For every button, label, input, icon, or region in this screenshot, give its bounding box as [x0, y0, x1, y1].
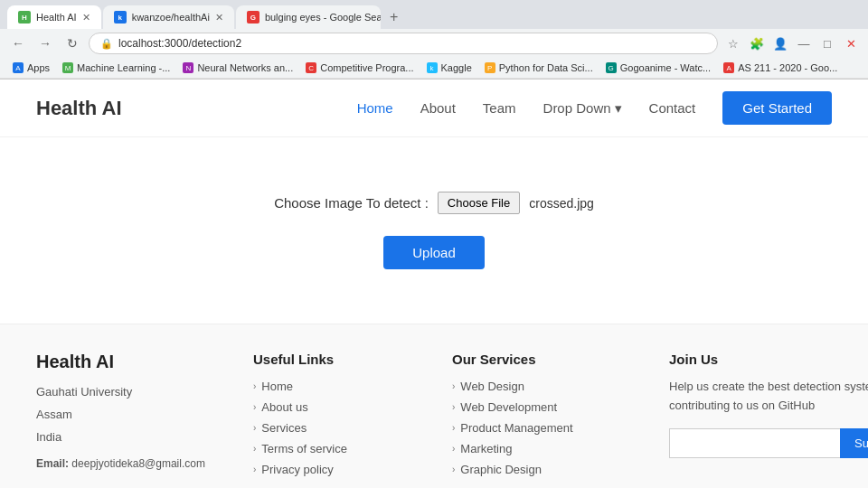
file-input-row: Choose Image To detect : Choose File cro…: [274, 192, 594, 214]
tab-close-1[interactable]: ✕: [82, 12, 90, 23]
nav-team[interactable]: Team: [483, 100, 516, 116]
maximize-button[interactable]: □: [817, 33, 837, 53]
bookmark-label-python: Python for Data Sci...: [499, 62, 593, 73]
file-input-label: Choose Image To detect :: [274, 195, 429, 211]
profile-icon[interactable]: 👤: [770, 33, 790, 53]
nav-home[interactable]: Home: [357, 100, 393, 116]
chevron-right-icon: ›: [452, 381, 455, 391]
useful-links-list: › Home › About us › Services › Terms of …: [253, 380, 434, 476]
bookmark-star-icon[interactable]: ☆: [723, 33, 743, 53]
close-window-button[interactable]: ✕: [841, 33, 861, 53]
footer-brand-line2: Assam: [36, 406, 235, 425]
footer-brand: Health AI Gauhati University Assam India…: [36, 352, 235, 483]
tab-title-2: kwanzoe/healthAi: [132, 12, 210, 23]
bookmark-apps[interactable]: A Apps: [7, 61, 55, 75]
bookmark-label-apps: Apps: [27, 62, 50, 73]
bookmark-gogoanime[interactable]: G Gogoanime - Watc...: [600, 61, 716, 75]
filename-display: crossed.jpg: [529, 196, 594, 211]
chevron-right-icon: ›: [253, 444, 256, 454]
python-favicon: P: [485, 62, 495, 73]
our-services-list: › Web Design › Web Development › Product…: [452, 380, 651, 476]
chevron-right-icon: ›: [253, 402, 256, 412]
useful-link-about-label: About us: [261, 400, 307, 414]
service-graphic-design-label: Graphic Design: [460, 463, 542, 476]
get-started-button[interactable]: Get Started: [722, 91, 832, 125]
ml-favicon: M: [62, 62, 73, 73]
nav-links: Home About Team Drop Down ▾ Contact: [357, 100, 696, 117]
useful-link-home-label: Home: [261, 380, 293, 393]
bookmark-kaggle[interactable]: k Kaggle: [421, 61, 477, 75]
nav-contact[interactable]: Contact: [649, 100, 696, 116]
subscribe-button[interactable]: Subscribe: [840, 428, 868, 458]
join-us-description: Help us create the best detection system…: [669, 378, 868, 416]
useful-link-about[interactable]: › About us: [253, 400, 434, 414]
nav-dropdown[interactable]: Drop Down ▾: [543, 100, 622, 117]
nav-home-link: Home: [357, 100, 393, 116]
url-bar[interactable]: 🔒 localhost:3000/detection2: [89, 33, 718, 54]
useful-link-privacy[interactable]: › Privacy policy: [253, 463, 434, 476]
chevron-right-icon: ›: [253, 465, 256, 474]
tab-title-3: bulging eyes - Google Search: [265, 12, 381, 23]
upload-button[interactable]: Upload: [383, 236, 485, 269]
service-web-dev[interactable]: › Web Development: [452, 400, 651, 414]
footer-our-services: Our Services › Web Design › Web Developm…: [452, 352, 651, 483]
useful-link-terms[interactable]: › Terms of service: [253, 442, 434, 455]
footer: Health AI Gauhati University Assam India…: [0, 324, 868, 488]
footer-useful-links: Useful Links › Home › About us › Service…: [253, 352, 434, 483]
tab-2[interactable]: k kwanzoe/healthAi ✕: [103, 5, 234, 29]
bookmark-label-as: AS 211 - 2020 - Goo...: [738, 62, 837, 73]
nav-dropdown-trigger[interactable]: Drop Down ▾: [543, 100, 622, 117]
bookmark-label-gogo: Gogoanime - Watc...: [620, 62, 711, 73]
upload-section: Choose Image To detect : Choose File cro…: [274, 192, 594, 269]
kaggle-favicon: k: [427, 62, 438, 73]
bookmark-ml[interactable]: M Machine Learning -...: [57, 61, 175, 75]
forward-button[interactable]: →: [34, 33, 56, 54]
chevron-right-icon: ›: [253, 381, 256, 391]
service-graphic-design[interactable]: › Graphic Design: [452, 463, 651, 476]
subscribe-row: Subscribe: [669, 428, 868, 458]
bookmark-python[interactable]: P Python for Data Sci...: [479, 61, 599, 75]
nav-about[interactable]: About: [420, 100, 456, 116]
bookmarks-bar: A Apps M Machine Learning -... N Neural …: [0, 58, 868, 79]
nav-brand: Health AI: [36, 97, 122, 120]
bookmark-as[interactable]: A AS 211 - 2020 - Goo...: [718, 61, 843, 75]
minimize-button[interactable]: —: [794, 33, 814, 53]
service-product-mgmt[interactable]: › Product Management: [452, 421, 651, 435]
refresh-button[interactable]: ↻: [61, 33, 83, 54]
tab-close-2[interactable]: ✕: [215, 12, 223, 23]
useful-link-services[interactable]: › Services: [253, 421, 434, 435]
service-marketing[interactable]: › Marketing: [452, 442, 651, 455]
tab-favicon-2: k: [114, 11, 127, 23]
nav-contact-link: Contact: [649, 100, 696, 116]
url-text: localhost:3000/detection2: [118, 37, 241, 50]
service-web-dev-label: Web Development: [460, 400, 557, 414]
tab-1[interactable]: H Health AI ✕: [7, 5, 101, 29]
chevron-right-icon: ›: [452, 423, 455, 433]
footer-email-value: deepjyotideka8@gmail.com: [71, 457, 205, 470]
join-us-heading: Join Us: [669, 352, 868, 367]
tab-title-1: Health AI: [36, 12, 77, 23]
choose-file-button[interactable]: Choose File: [438, 192, 520, 214]
bookmark-nn[interactable]: N Neural Networks an...: [177, 61, 298, 75]
bookmark-cp[interactable]: C Competitive Progra...: [300, 61, 419, 75]
bookmark-label-cp: Competitive Progra...: [320, 62, 413, 73]
chevron-down-icon: ▾: [615, 100, 622, 117]
footer-brand-line3: India: [36, 428, 235, 447]
service-web-design[interactable]: › Web Design: [452, 380, 651, 393]
footer-brand-line1: Gauhati University: [36, 383, 235, 402]
useful-link-home[interactable]: › Home: [253, 380, 434, 393]
page-content: Health AI Home About Team Drop Down ▾ Co…: [0, 80, 868, 488]
lock-icon: 🔒: [100, 38, 113, 50]
our-services-heading: Our Services: [452, 352, 651, 367]
new-tab-button[interactable]: +: [382, 5, 405, 29]
navbar: Health AI Home About Team Drop Down ▾ Co…: [0, 80, 868, 137]
tab-3[interactable]: G bulging eyes - Google Search ✕: [236, 5, 381, 29]
subscribe-input[interactable]: [669, 428, 840, 458]
extension-icon[interactable]: 🧩: [747, 33, 767, 53]
main-content: Choose Image To detect : Choose File cro…: [0, 137, 868, 324]
tab-favicon-1: H: [18, 11, 31, 23]
back-button[interactable]: ←: [7, 33, 29, 54]
chevron-right-icon: ›: [452, 465, 455, 474]
footer-email-label: Email:: [36, 457, 69, 470]
tab-bar: H Health AI ✕ k kwanzoe/healthAi ✕ G bul…: [0, 0, 868, 29]
